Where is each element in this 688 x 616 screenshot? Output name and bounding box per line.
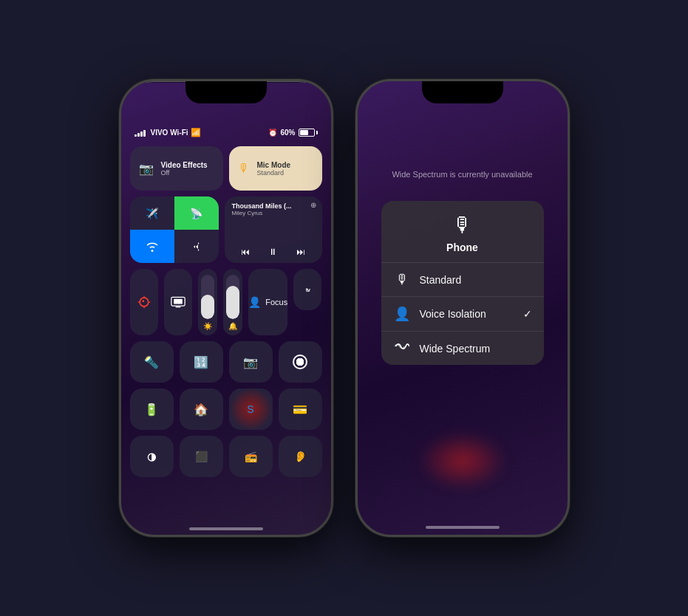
mic-menu-header: 🎙 Phone <box>381 201 544 263</box>
phone-dot <box>206 86 212 92</box>
focus-icon: 👤 <box>248 296 261 308</box>
music-tile[interactable]: ⊕ Thousand Miles (... Miley Cyrus ⏮ ⏸ ⏭ <box>225 196 322 263</box>
screen-record-icon: ⏺ <box>293 355 307 369</box>
next-track-button[interactable]: ⏭ <box>296 247 305 257</box>
signal-bars <box>134 129 146 137</box>
battery-percent-label: 60% <box>280 129 295 137</box>
video-effects-title: Video Effects <box>161 161 208 169</box>
cellular-button[interactable]: 📡 <box>174 196 219 230</box>
music-artist-label: Miley Cyrus <box>232 210 315 216</box>
cc-row-6: ◑ ⬛ 📻 👂 <box>130 436 322 477</box>
qr-scanner-tile[interactable]: ⬛ <box>180 436 223 477</box>
bluetooth-button[interactable] <box>174 230 219 263</box>
mic-option-standard[interactable]: 🎙 Standard <box>381 263 544 297</box>
accessibility-icon: ◑ <box>147 451 156 462</box>
video-effects-icon: 📷 <box>139 162 154 176</box>
flashlight-icon: 🔦 <box>144 355 159 369</box>
hearing-icon: 👂 <box>294 451 307 462</box>
camera-tile[interactable]: 📷 <box>229 341 273 383</box>
voice-isolation-icon: 👤 <box>393 306 411 322</box>
mic-menu-title: Phone <box>446 242 478 253</box>
low-battery-icon: 🔋 <box>144 403 159 417</box>
accessibility-tile[interactable]: ◑ <box>130 436 174 477</box>
pause-button[interactable]: ⏸ <box>268 247 277 257</box>
mic-mode-sub: Standard <box>257 169 291 177</box>
appletv-icon: tv <box>306 287 310 293</box>
home-icon: 🏠 <box>194 403 208 417</box>
screen-mirror-tile[interactable] <box>164 269 192 335</box>
quick-toggles: ✈️ 📡 <box>130 196 219 263</box>
wifi-button[interactable] <box>130 230 174 263</box>
shazam-tile[interactable]: S <box>229 389 273 430</box>
chevron-right-icon: › <box>242 85 245 93</box>
standard-label: Standard <box>420 274 532 286</box>
brightness-fill <box>201 295 214 319</box>
mic-mode-title: Mic Mode <box>257 161 291 169</box>
cc-row-4: 🔦 🔢 📷 ⏺ <box>130 341 322 383</box>
left-phone: Phone › VIVO Wi-Fi 📶 ⏰ 60% <box>119 79 333 537</box>
home-tile[interactable]: 🏠 <box>180 389 223 430</box>
video-effects-tile[interactable]: 📷 Video Effects Off <box>130 146 223 191</box>
cc-row-1: 📷 Video Effects Off 🎙 Mic Mode Standard <box>130 146 322 191</box>
wallet-icon: 💳 <box>293 403 307 417</box>
remote-icon: 📻 <box>245 451 257 462</box>
volume-slider[interactable] <box>226 275 239 319</box>
rotation-lock-tile[interactable] <box>130 269 158 335</box>
mic-option-wide-spectrum[interactable]: Wide Spectrum <box>381 332 544 365</box>
video-effects-sub: Off <box>161 169 208 177</box>
wide-spectrum-label: Wide Spectrum <box>420 343 532 355</box>
wifi-icon: 📶 <box>191 128 201 137</box>
volume-slider-tile[interactable]: 🔔 <box>223 269 242 335</box>
mic-header-icon: 🎙 <box>452 213 473 237</box>
volume-fill <box>226 286 239 319</box>
wide-spectrum-icon <box>393 340 411 356</box>
brightness-slider[interactable] <box>201 275 214 319</box>
status-bar: VIVO Wi-Fi 📶 ⏰ 60% <box>121 100 331 142</box>
brightness-slider-tile[interactable]: ☀️ <box>198 269 217 335</box>
phone-indicator[interactable]: Phone › <box>199 83 252 95</box>
checkmark-icon: ✓ <box>523 308 532 320</box>
wallet-tile[interactable]: 💳 <box>279 389 322 430</box>
voice-isolation-label: Voice Isolation <box>420 308 514 320</box>
mic-mode-icon: 🎙 <box>238 162 250 175</box>
status-right: ⏰ 60% <box>268 129 317 137</box>
left-phone-screen: Phone › VIVO Wi-Fi 📶 ⏰ 60% <box>121 83 331 536</box>
red-glow <box>418 431 507 490</box>
calculator-tile[interactable]: 🔢 <box>180 341 223 383</box>
focus-tile[interactable]: 👤 Focus <box>248 269 287 335</box>
music-title-label: Thousand Miles (... <box>232 202 315 210</box>
cc-row-3: ☀️ 🔔 👤 Focus tv <box>130 269 322 335</box>
camera-icon: 📷 <box>243 355 258 369</box>
phone-indicator-label: Phone <box>217 85 238 93</box>
carrier-label: VIVO Wi-Fi <box>151 129 188 137</box>
focus-label: Focus <box>265 298 287 307</box>
standard-mic-icon: 🎙 <box>393 272 411 287</box>
brightness-icon: ☀️ <box>203 322 212 330</box>
music-controls: ⏮ ⏸ ⏭ <box>232 247 315 257</box>
hearing-tile[interactable]: 👂 <box>279 436 322 477</box>
home-indicator <box>189 527 263 530</box>
cc-row-2: ✈️ 📡 ⊕ Thous <box>130 196 322 263</box>
mic-option-voice-isolation[interactable]: 👤 Voice Isolation ✓ <box>381 297 544 332</box>
shazam-icon: S <box>247 403 253 415</box>
right-phone-screen: Wide Spectrum is currently unavailable 🎙… <box>358 81 568 535</box>
status-left: VIVO Wi-Fi 📶 <box>134 128 201 137</box>
remote-tile[interactable]: 📻 <box>229 436 273 477</box>
alarm-icon: ⏰ <box>268 129 277 137</box>
calculator-icon: 🔢 <box>194 355 208 369</box>
control-center-grid: 📷 Video Effects Off 🎙 Mic Mode Standard <box>121 142 331 487</box>
low-battery-tile[interactable]: 🔋 <box>130 389 174 430</box>
appletv-tile[interactable]: tv <box>293 269 321 310</box>
mic-mode-menu: 🎙 Phone 🎙 Standard 👤 Voice Isolation ✓ <box>381 201 544 365</box>
right-home-indicator <box>426 526 500 529</box>
flashlight-tile[interactable]: 🔦 <box>130 341 174 383</box>
screen-record-tile[interactable]: ⏺ <box>279 341 322 383</box>
unavailable-text: Wide Spectrum is currently unavailable <box>362 170 562 179</box>
svg-rect-2 <box>174 299 183 304</box>
mic-mode-tile[interactable]: 🎙 Mic Mode Standard <box>229 146 322 191</box>
qr-icon: ⬛ <box>195 451 208 462</box>
right-phone: Wide Spectrum is currently unavailable 🎙… <box>355 79 570 537</box>
airplay-icon[interactable]: ⊕ <box>310 201 316 209</box>
airplane-mode-button[interactable]: ✈️ <box>130 196 174 230</box>
prev-track-button[interactable]: ⏮ <box>241 247 250 257</box>
